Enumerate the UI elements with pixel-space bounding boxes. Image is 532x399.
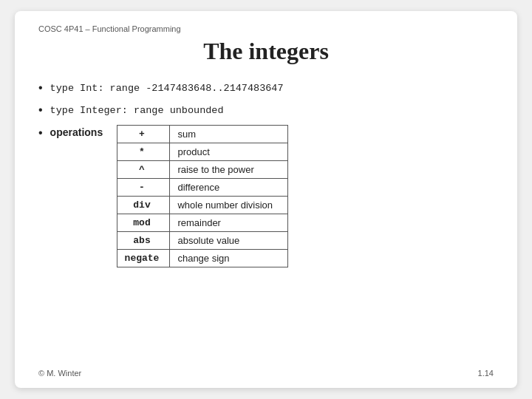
bullet-dot: •: [38, 125, 43, 141]
op-description: remainder: [170, 214, 288, 231]
bullet-dot: •: [38, 102, 43, 118]
header-title: COSC 4P41 – Functional Programming: [38, 24, 181, 33]
op-description: difference: [170, 178, 288, 196]
table-row: divwhole number division: [117, 196, 288, 214]
operations-row: operations +sum*product^raise to the pow…: [50, 125, 289, 267]
bullet-keyword-1: type Int: range: [50, 83, 146, 94]
list-item-operations: • operations +sum*product^raise to the p…: [38, 125, 494, 267]
footer: © M. Winter 1.14: [38, 369, 494, 378]
slide: COSC 4P41 – Functional Programming The i…: [15, 11, 517, 388]
header-bar: COSC 4P41 – Functional Programming: [38, 24, 494, 33]
list-item: • type Integer: range unbounded: [38, 102, 494, 118]
op-symbol: div: [117, 196, 170, 214]
table-row: +sum: [117, 125, 288, 143]
bullet-list: • type Int: range -2147483648..214748364…: [38, 80, 494, 273]
table-row: negatechange sign: [117, 249, 288, 267]
table-row: *product: [117, 143, 288, 160]
op-symbol: abs: [117, 231, 170, 249]
bullet-dot: •: [38, 80, 43, 96]
operations-table: +sum*product^raise to the power-differen…: [117, 125, 289, 267]
bullet-keyword-2: type Integer: range unbounded: [50, 105, 224, 116]
op-symbol: negate: [117, 249, 170, 267]
op-description: whole number division: [170, 196, 288, 214]
op-symbol: mod: [117, 214, 170, 231]
op-symbol: -: [117, 178, 170, 196]
op-description: sum: [170, 125, 288, 143]
footer-right: 1.14: [478, 369, 494, 378]
bullet-text-1: type Int: range -2147483648..2147483647: [50, 80, 284, 96]
op-description: change sign: [170, 249, 288, 267]
bullet-text-2: type Integer: range unbounded: [50, 102, 224, 118]
op-symbol: ^: [117, 160, 170, 178]
operations-label: operations: [50, 125, 109, 140]
op-description: product: [170, 143, 288, 160]
table-row: ^raise to the power: [117, 160, 288, 178]
op-description: raise to the power: [170, 160, 288, 178]
list-item: • type Int: range -2147483648..214748364…: [38, 80, 494, 96]
bullet-range-1: -2147483648..2147483647: [146, 83, 283, 94]
footer-left: © M. Winter: [38, 369, 81, 378]
table-row: -difference: [117, 178, 288, 196]
op-description: absolute value: [170, 231, 288, 249]
table-row: absabsolute value: [117, 231, 288, 249]
op-symbol: +: [117, 125, 170, 143]
slide-title: The integers: [38, 38, 494, 65]
table-row: modremainder: [117, 214, 288, 231]
op-symbol: *: [117, 143, 170, 160]
